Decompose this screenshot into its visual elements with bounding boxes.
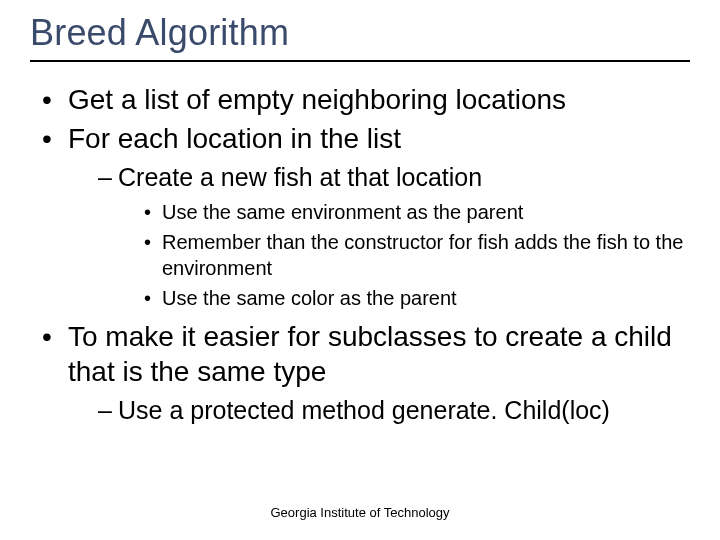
slide: Breed Algorithm Get a list of empty neig… bbox=[0, 0, 720, 540]
bullet-text: Use the same environment as the parent bbox=[162, 201, 523, 223]
bullet-text: For each location in the list bbox=[68, 123, 401, 154]
bullet-text: Use a protected method generate. Child(l… bbox=[118, 396, 610, 424]
bullet-level1: To make it easier for subclasses to crea… bbox=[40, 319, 690, 426]
bullet-level1: Get a list of empty neighboring location… bbox=[40, 82, 690, 117]
bullet-level1: For each location in the list Create a n… bbox=[40, 121, 690, 311]
bullet-text: To make it easier for subclasses to crea… bbox=[68, 321, 672, 387]
bullet-sublist: Create a new fish at that location Use t… bbox=[68, 162, 690, 311]
bullet-text: Remember than the constructor for fish a… bbox=[162, 231, 683, 279]
bullet-text: Create a new fish at that location bbox=[118, 163, 482, 191]
bullet-level2: Use a protected method generate. Child(l… bbox=[98, 395, 690, 426]
bullet-text: Use the same color as the parent bbox=[162, 287, 457, 309]
bullet-level3: Remember than the constructor for fish a… bbox=[144, 229, 690, 281]
slide-title: Breed Algorithm bbox=[30, 12, 690, 62]
bullet-level2: Create a new fish at that location Use t… bbox=[98, 162, 690, 311]
bullet-text: Get a list of empty neighboring location… bbox=[68, 84, 566, 115]
bullet-sublist: Use a protected method generate. Child(l… bbox=[68, 395, 690, 426]
bullet-level3: Use the same color as the parent bbox=[144, 285, 690, 311]
bullet-sublist: Use the same environment as the parent R… bbox=[118, 199, 690, 311]
bullet-list: Get a list of empty neighboring location… bbox=[30, 82, 690, 427]
bullet-level3: Use the same environment as the parent bbox=[144, 199, 690, 225]
footer-text: Georgia Institute of Technology bbox=[0, 505, 720, 520]
